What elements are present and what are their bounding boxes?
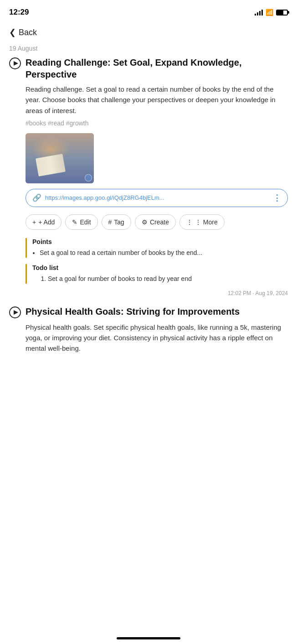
create-label: Create — [150, 218, 169, 226]
signal-icon — [255, 9, 263, 16]
second-note-text: Physical health goals. Set specific phys… — [26, 322, 288, 354]
date-label: 19 August — [9, 45, 288, 52]
second-note-entry: Physical Health Goals: Striving for Impr… — [9, 306, 288, 354]
points-content: Set a goal to read a certain number of b… — [32, 248, 288, 258]
status-bar: 12:29 📶 — [0, 0, 297, 23]
first-note-timestamp: 12:02 PM · Aug 19, 2024 — [26, 290, 288, 296]
first-note-image — [26, 133, 94, 183]
todo-content: Set a goal for number of books to read b… — [32, 274, 288, 284]
create-button[interactable]: ⚙ Create — [135, 214, 176, 230]
points-title: Points — [32, 238, 288, 245]
hash-icon: # — [108, 218, 112, 226]
svg-marker-1 — [14, 61, 18, 66]
more-label: ⋮ More — [195, 218, 218, 226]
tag-button[interactable]: # Tag — [102, 214, 131, 230]
second-note-body: Physical health goals. Set specific phys… — [9, 322, 288, 354]
link-row[interactable]: 🔗 https://images.app.goo.gl/iQdjZ8RG4bjE… — [26, 189, 288, 207]
second-note-title: Physical Health Goals: Striving for Impr… — [26, 306, 240, 317]
first-note-title-row: Reading Challenge: Set Goal, Expand Know… — [9, 57, 288, 80]
wifi-icon: 📶 — [266, 9, 273, 16]
first-note-tags: #books #read #growth — [26, 119, 288, 127]
link-options-icon[interactable]: ⋮ — [273, 193, 281, 203]
edit-label: Edit — [80, 218, 91, 226]
status-time: 12:29 — [9, 8, 29, 17]
main-content: 19 August Reading Challenge: Set Goal, E… — [0, 45, 297, 354]
play-icon[interactable] — [9, 57, 21, 69]
add-label: + Add — [38, 218, 55, 226]
second-play-icon[interactable] — [9, 306, 21, 318]
pencil-icon: ✎ — [72, 218, 77, 226]
second-note-title-row: Physical Health Goals: Striving for Impr… — [9, 306, 288, 318]
todo-section: Todo list Set a goal for number of books… — [26, 264, 288, 284]
more-dots-icon: ⋮ — [186, 218, 193, 226]
first-note-title: Reading Challenge: Set Goal, Expand Know… — [26, 57, 288, 80]
back-button[interactable]: ❮ Back — [0, 23, 297, 45]
home-indicator — [117, 637, 180, 639]
svg-marker-3 — [14, 310, 18, 315]
action-buttons: + + Add ✎ Edit # Tag ⚙ Create ⋮ ⋮ More — [26, 214, 288, 230]
status-icons: 📶 — [255, 9, 288, 16]
first-note-body: Reading challenge. Set a goal to read a … — [9, 84, 288, 296]
link-chain-icon: 🔗 — [32, 193, 41, 202]
back-label: Back — [19, 28, 37, 37]
first-note-text: Reading challenge. Set a goal to read a … — [26, 84, 288, 116]
points-section: Points Set a goal to read a certain numb… — [26, 238, 288, 258]
first-note-entry: Reading Challenge: Set Goal, Expand Know… — [9, 57, 288, 296]
points-item: Set a goal to read a certain number of b… — [40, 248, 288, 258]
more-button[interactable]: ⋮ ⋮ More — [179, 214, 225, 230]
back-chevron-icon: ❮ — [9, 27, 16, 37]
battery-icon — [276, 10, 288, 16]
todo-title: Todo list — [32, 264, 288, 271]
create-icon: ⚙ — [142, 218, 148, 226]
todo-item: Set a goal for number of books to read b… — [48, 274, 288, 284]
plus-icon: + — [32, 218, 36, 226]
tag-label: Tag — [114, 218, 124, 226]
link-text: https://images.app.goo.gl/iQdjZ8RG4bjELm… — [45, 194, 269, 201]
add-button[interactable]: + + Add — [26, 214, 61, 230]
edit-button[interactable]: ✎ Edit — [65, 214, 97, 230]
